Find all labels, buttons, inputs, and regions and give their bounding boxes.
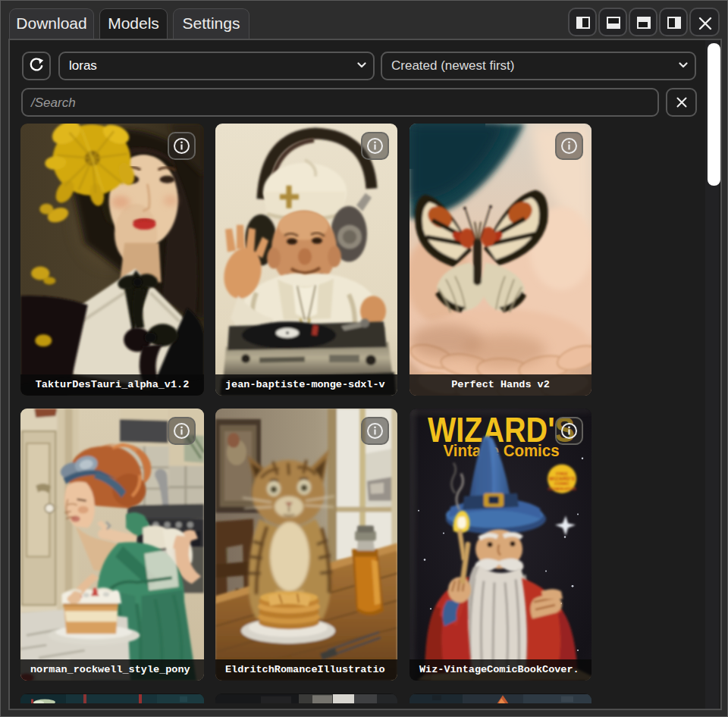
- svg-text:GENERATOR: GENERATOR: [548, 487, 576, 491]
- svg-text:COMIC: COMIC: [554, 481, 570, 486]
- svg-text:WIZARD'S: WIZARD'S: [549, 476, 576, 481]
- svg-text:Vintage Comics: Vintage Comics: [444, 441, 560, 460]
